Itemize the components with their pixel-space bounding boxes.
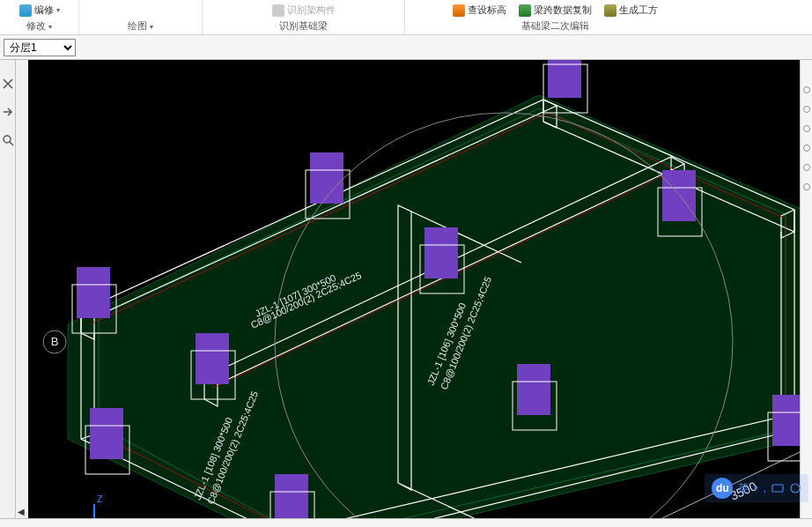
toolbar: 分层1 — [0, 35, 812, 60]
search-icon[interactable] — [2, 134, 14, 146]
svg-rect-15 — [275, 474, 308, 518]
left-tool-panel — [0, 60, 16, 518]
column — [768, 395, 800, 461]
ime-comma: , — [764, 482, 766, 494]
svg-rect-13 — [90, 408, 123, 459]
coordinate-axes: X Y Z — [70, 494, 129, 518]
vertical-scrollbar[interactable] — [16, 60, 28, 518]
ime-bullet: • — [754, 482, 757, 494]
span-copy-button[interactable]: 梁跨数据复制 — [515, 2, 595, 19]
main-area: B A 1 2 JZL-1 [107] 300*500 C8@100/200(2… — [0, 60, 812, 518]
right-tool-3[interactable] — [803, 125, 810, 132]
check-elevation-button[interactable]: 查设标高 — [449, 2, 510, 19]
identify-component-button[interactable]: 识别架构件 — [269, 2, 339, 19]
svg-point-0 — [4, 136, 11, 143]
ribbon-group-modify: 编修 ▾ 修改 ▾ — [0, 0, 79, 34]
svg-rect-1 — [77, 267, 110, 318]
generate-button[interactable]: 生成工方 — [601, 2, 661, 19]
component-icon — [272, 4, 284, 17]
svg-rect-7 — [662, 170, 696, 221]
close-x-icon[interactable] — [2, 78, 14, 90]
axis-label-b: B — [51, 335, 59, 348]
viewport-wrap: B A 1 2 JZL-1 [107] 300*500 C8@100/200(2… — [16, 60, 800, 518]
right-tool-5[interactable] — [803, 164, 810, 171]
svg-rect-19 — [772, 395, 800, 446]
svg-rect-11 — [424, 227, 458, 278]
svg-rect-5 — [548, 60, 581, 98]
identify-beam-label: 识别基础梁 — [279, 19, 328, 34]
generate-label: 生成工方 — [619, 4, 658, 17]
foundation-slab — [68, 95, 800, 518]
arrow-right-icon[interactable] — [2, 106, 14, 118]
svg-rect-9 — [196, 333, 229, 384]
column — [270, 474, 314, 518]
ime-lang: 英 — [738, 481, 749, 496]
svg-rect-29 — [772, 485, 783, 492]
3d-viewport[interactable]: B A 1 2 JZL-1 [107] 300*500 C8@100/200(2… — [28, 60, 800, 518]
right-tool-1[interactable] — [803, 86, 810, 93]
span-copy-icon — [519, 4, 531, 17]
edit-button[interactable]: 编修 ▾ — [16, 2, 63, 19]
right-tool-4[interactable] — [803, 145, 810, 152]
right-toolbar — [800, 60, 812, 518]
scroll-left-arrow-icon[interactable]: ◀ — [18, 507, 25, 516]
edit-button-label: 编修 — [34, 4, 54, 17]
chevron-down-icon: ▾ — [56, 6, 60, 14]
chevron-down-icon: ▾ — [150, 23, 153, 31]
axis-z-label: Z — [97, 494, 103, 504]
svg-point-30 — [791, 484, 800, 493]
status-bar — [0, 518, 812, 527]
layer-select[interactable]: 分层1 — [4, 39, 76, 56]
group-secondary-edit-label: 基础梁二次编辑 — [521, 19, 589, 34]
ribbon-bar: 编修 ▾ 修改 ▾ 绘图 ▾ 识别架构件 识别基础梁 查设标高 — [0, 0, 812, 35]
ribbon-group-identify: 识别架构件 识别基础梁 — [203, 0, 405, 34]
ime-badge[interactable]: du 英 • , — [705, 474, 808, 502]
ribbon-group-draw: 绘图 ▾ — [79, 0, 203, 34]
group-draw-label: 绘图 — [128, 20, 147, 31]
span-copy-label: 梁跨数据复制 — [534, 4, 592, 17]
right-tool-2[interactable] — [803, 106, 810, 113]
3d-model-canvas: B A 1 2 JZL-1 [107] 300*500 C8@100/200(2… — [28, 60, 800, 518]
svg-rect-17 — [517, 364, 550, 415]
ribbon-group-secondary-edit: 查设标高 梁跨数据复制 生成工方 基础梁二次编辑 — [405, 0, 705, 34]
baidu-logo-icon: du — [712, 478, 733, 499]
chevron-down-icon: ▾ — [48, 23, 52, 31]
identify-component-label: 识别架构件 — [287, 4, 336, 17]
settings-icon — [789, 482, 801, 494]
copy-icon — [19, 4, 32, 17]
elevation-icon — [453, 4, 465, 17]
right-tool-6[interactable] — [803, 183, 810, 190]
generate-icon — [604, 4, 616, 17]
keyboard-icon — [771, 482, 784, 494]
check-elevation-label: 查设标高 — [468, 4, 506, 17]
group-modify-label: 修改 — [26, 20, 46, 31]
